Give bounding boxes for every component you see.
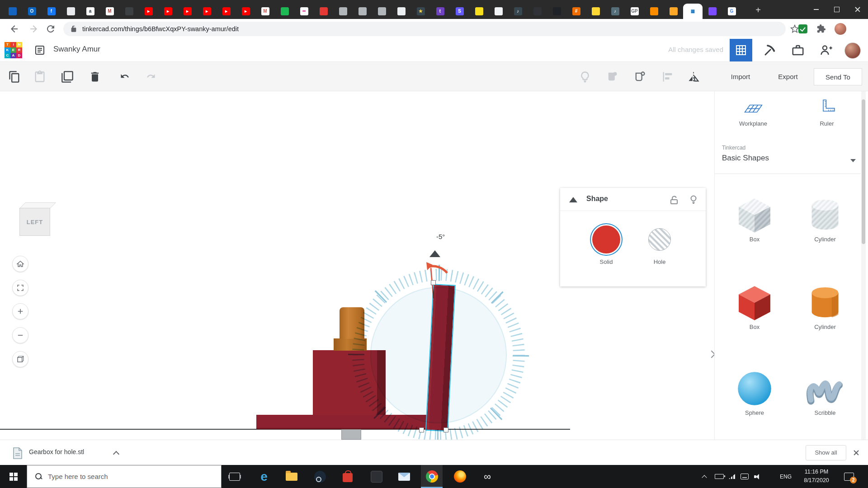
browser-tab[interactable] — [3, 4, 22, 19]
browser-tab[interactable] — [275, 4, 294, 19]
extensions-puzzle-icon[interactable] — [816, 24, 826, 33]
download-filename[interactable]: Gearbox for hole.stl — [29, 448, 84, 455]
browser-tab[interactable] — [489, 4, 508, 19]
home-view-button[interactable] — [12, 256, 28, 272]
browser-tab[interactable] — [314, 4, 333, 19]
tinkercad-logo[interactable]: TINKERCAD — [5, 42, 22, 58]
back-button[interactable] — [9, 23, 20, 34]
browser-tab[interactable]: ▸ — [158, 4, 178, 19]
scale-handle-left[interactable] — [419, 427, 424, 432]
view-cube[interactable]: LEFT — [19, 208, 50, 236]
browser-tab[interactable]: M — [255, 4, 275, 19]
align-button[interactable] — [661, 70, 674, 83]
tray-volume[interactable] — [751, 465, 763, 488]
browser-tab[interactable]: ♪ — [508, 4, 528, 19]
browser-tab[interactable] — [469, 4, 489, 19]
workplane-tool-icon[interactable] — [743, 99, 764, 117]
export-button[interactable]: Export — [768, 68, 808, 85]
shape-tile-scribble[interactable]: Scribble — [789, 368, 861, 427]
browser-tab[interactable] — [333, 4, 353, 19]
design-title[interactable]: Swanky Amur — [53, 45, 100, 54]
browser-tab[interactable]: # — [566, 4, 586, 19]
store-app-button[interactable] — [337, 465, 359, 488]
edge-app-button[interactable]: e — [253, 465, 275, 488]
chrome-app-button[interactable] — [421, 465, 443, 488]
tray-language[interactable]: ENG — [777, 465, 795, 488]
download-bar-close-button[interactable] — [853, 449, 860, 456]
solid-option[interactable] — [592, 225, 620, 253]
taskbar-search[interactable]: Type here to search — [27, 465, 222, 488]
shape-tile-box-red[interactable]: Box — [718, 282, 791, 341]
fit-view-button[interactable] — [12, 280, 28, 296]
browser-tab[interactable]: GP — [625, 4, 644, 19]
tray-network[interactable] — [726, 465, 738, 488]
browser-tab[interactable] — [119, 4, 139, 19]
browser-tab[interactable]: f — [42, 4, 61, 19]
group-button[interactable] — [606, 70, 618, 83]
shape-tile-cylinder-transparent[interactable]: Cylinder — [789, 194, 861, 253]
new-tab-button[interactable]: + — [751, 4, 765, 17]
unlock-icon[interactable] — [669, 195, 679, 206]
browser-tab[interactable] — [586, 4, 605, 19]
blocks-view-button[interactable] — [730, 39, 752, 61]
dark-app-button[interactable] — [366, 465, 387, 488]
paste-button[interactable] — [33, 70, 46, 83]
browser-tab[interactable]: a — [80, 4, 100, 19]
browser-tab[interactable]: ▦ — [683, 4, 703, 19]
rotation-axis-cone-icon[interactable] — [429, 250, 440, 257]
rotate-arrow-icon[interactable] — [422, 261, 450, 276]
redo-button[interactable] — [145, 70, 157, 83]
duplicate-button[interactable] — [61, 70, 74, 83]
tray-battery[interactable] — [713, 465, 725, 488]
show-hide-bulb-button[interactable] — [579, 70, 591, 83]
zoom-out-button[interactable] — [12, 327, 28, 343]
shape-tile-sphere[interactable]: Sphere — [718, 368, 791, 427]
browser-tab[interactable] — [664, 4, 683, 19]
start-button[interactable] — [0, 465, 27, 488]
minimize-button[interactable] — [806, 0, 826, 19]
refresh-button[interactable] — [45, 23, 56, 34]
sidebar-scrollbar-thumb[interactable] — [862, 99, 865, 244]
scale-handle-top[interactable] — [431, 280, 436, 285]
send-to-button[interactable]: Send To — [814, 68, 862, 85]
sidebar-scrollbar[interactable] — [861, 91, 866, 440]
scale-handle-right[interactable] — [443, 427, 448, 432]
show-all-downloads-button[interactable]: Show all — [806, 445, 846, 460]
browser-profile-avatar[interactable] — [835, 23, 846, 35]
close-button[interactable] — [847, 0, 868, 19]
maximize-button[interactable] — [826, 0, 847, 19]
browser-tab[interactable]: O — [22, 4, 42, 19]
delete-button[interactable] — [89, 70, 101, 83]
sidebar-collapse-chevron[interactable] — [708, 350, 714, 360]
browser-tab[interactable] — [703, 4, 722, 19]
shape-tile-cylinder-orange[interactable]: Cylinder — [789, 282, 861, 341]
browser-tab[interactable]: ▸ — [178, 4, 197, 19]
infinity-app-button[interactable]: ∞ — [476, 465, 498, 488]
browser-tab[interactable]: M — [100, 4, 119, 19]
browser-tab[interactable]: ★ — [411, 4, 430, 19]
hole-option[interactable] — [648, 228, 671, 251]
tray-clock[interactable]: 11:16 PM 8/17/2020 — [798, 468, 835, 485]
browser-tab[interactable]: ▸ — [217, 4, 236, 19]
browser-tab[interactable] — [353, 4, 372, 19]
forward-button[interactable] — [28, 23, 39, 34]
collapse-triangle-icon[interactable] — [569, 197, 577, 202]
perspective-toggle-button[interactable] — [12, 351, 28, 367]
browser-tab[interactable] — [392, 4, 411, 19]
action-center-button[interactable]: 2 — [840, 465, 858, 488]
ungroup-button[interactable] — [633, 70, 646, 83]
tray-keyboard[interactable] — [739, 465, 750, 488]
briefcase-icon[interactable] — [791, 43, 805, 57]
viewport-3d[interactable]: LEFT -5° — [0, 91, 714, 440]
hide-bulb-icon[interactable] — [688, 194, 699, 205]
address-bar[interactable]: tinkercad.com/things/b6BfwcXqxPY-swanky-… — [63, 22, 786, 36]
browser-tab[interactable]: ▸ — [236, 4, 255, 19]
shape-tile-box-transparent[interactable]: Box — [718, 194, 791, 253]
tray-expand-button[interactable] — [698, 465, 711, 488]
bookmark-star-icon[interactable] — [790, 24, 799, 33]
mirror-button[interactable] — [687, 70, 700, 83]
browser-tab[interactable]: •• — [294, 4, 314, 19]
browser-tab[interactable]: ▸ — [197, 4, 217, 19]
browser-tab[interactable]: G — [722, 4, 741, 19]
firefox-app-button[interactable] — [449, 465, 471, 488]
